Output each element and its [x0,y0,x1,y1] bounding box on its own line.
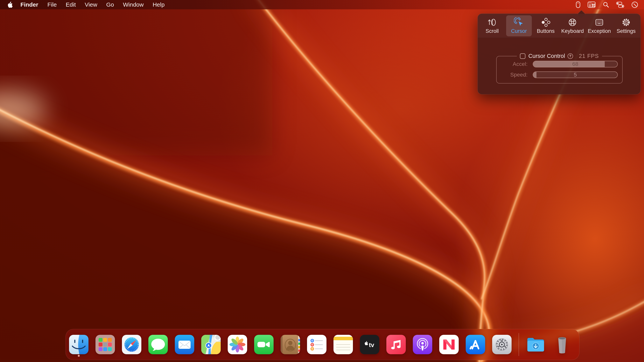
mail-icon [175,335,194,354]
cursor-panel: Cursor Control ? 21 FPS Accel: 68 Speed:… [478,38,640,94]
svg-text:tv: tv [369,342,374,349]
menu-bar: Finder File Edit View Go Window Help [0,0,644,9]
dock-item-trash[interactable] [552,335,572,354]
tab-buttons-label: Buttons [537,28,555,34]
popover-tab-bar: Scroll Cursor [478,14,640,38]
control-center-icon[interactable] [616,2,624,8]
dock-item-contacts[interactable] [280,335,300,354]
appstore-icon [466,335,485,354]
dock-separator [518,333,519,356]
dock-item-reminders[interactable] [307,335,326,354]
accel-value: 68 [533,61,617,67]
speed-label: Speed: [490,72,528,78]
finder-icon [69,335,88,354]
accel-label: Accel: [490,61,528,67]
tab-settings[interactable]: Settings [613,15,639,36]
mouse-settings-popover: Scroll Cursor [478,13,641,94]
tab-scroll[interactable]: Scroll [479,15,505,36]
tab-scroll-label: Scroll [486,28,499,34]
tab-buttons[interactable]: Buttons [533,15,559,36]
dock-item-mail[interactable] [175,335,194,354]
launchpad-icon [96,335,115,354]
music-icon [386,335,406,354]
cursor-control-label: Cursor Control [528,53,565,59]
scroll-wheel-icon [487,17,497,28]
contacts-icon [280,335,300,354]
dock-item-downloads[interactable] [526,335,546,354]
dock-item-safari[interactable] [122,335,141,354]
cursor-control-legend: Cursor Control ? 21 FPS [517,53,602,59]
tab-keyboard[interactable]: Keyboard [560,15,585,36]
dock-item-finder[interactable] [69,335,88,354]
command-window-icon[interactable] [588,1,596,8]
dock-item-tv[interactable]: tv [360,335,379,354]
dock: tv [66,329,580,360]
safari-icon [122,335,141,354]
cursor-control-group: Cursor Control ? 21 FPS [496,53,622,83]
menu-item-file[interactable]: File [43,0,61,9]
dock-item-facetime[interactable] [254,335,274,354]
dock-item-music[interactable] [386,335,406,354]
dock-item-news[interactable] [439,335,459,354]
dock-item-maps[interactable] [201,335,221,354]
reminders-icon [307,335,326,354]
tab-settings-label: Settings [616,28,636,34]
keyboard-grid-icon [594,17,604,28]
podcasts-icon [413,335,432,354]
mouse-icon[interactable] [576,1,580,8]
dock-item-launchpad[interactable] [96,335,115,354]
menu-item-view[interactable]: View [80,0,102,9]
appletv-icon: tv [360,335,379,354]
system-settings-icon [492,335,512,354]
downloads-folder-icon [526,335,546,354]
tab-cursor[interactable]: Cursor [506,15,532,36]
dock-item-appstore[interactable] [466,335,485,354]
accel-row: Accel: 68 [490,61,618,67]
speed-slider[interactable]: 5 [533,71,618,78]
gear-icon [621,17,631,28]
cursor-click-icon [514,17,524,28]
menu-item-go[interactable]: Go [102,0,118,9]
command-circle-icon [568,17,578,28]
tab-exception[interactable]: Exception [586,15,612,36]
menu-item-window[interactable]: Window [118,0,148,9]
dock-item-notes[interactable] [334,335,353,354]
tab-cursor-label: Cursor [511,28,527,34]
mouse-buttons-icon [541,17,551,28]
dock-item-photos[interactable] [228,335,247,354]
menu-bar-left: Finder File Edit View Go Window Help [0,0,169,9]
dock-item-podcasts[interactable] [413,335,432,354]
speed-value: 5 [533,72,617,78]
tab-keyboard-label: Keyboard [561,28,584,34]
desktop: Finder File Edit View Go Window Help [0,0,644,362]
menu-item-help[interactable]: Help [148,0,169,9]
menu-bar-status-area [576,1,644,8]
fps-readout: 21 FPS [579,53,599,59]
menu-item-finder[interactable]: Finder [16,0,43,9]
tab-exception-label: Exception [588,28,611,34]
help-icon[interactable]: ? [568,53,573,59]
photos-icon [228,335,247,354]
facetime-icon [254,335,274,354]
circle-slash-icon[interactable] [631,1,638,8]
search-icon[interactable] [603,1,609,8]
dock-item-system-settings[interactable] [492,335,512,354]
notes-icon [334,335,353,354]
finder-running-indicator [78,355,80,357]
menu-item-edit[interactable]: Edit [61,0,80,9]
speed-row: Speed: 5 [490,71,618,78]
news-icon [439,335,459,354]
messages-icon [148,335,168,354]
apple-icon[interactable] [8,1,13,8]
trash-icon [552,335,572,354]
accel-slider[interactable]: 68 [533,61,618,67]
cursor-control-checkbox[interactable] [520,53,526,59]
maps-icon [201,335,221,354]
dock-item-messages[interactable] [148,335,168,354]
